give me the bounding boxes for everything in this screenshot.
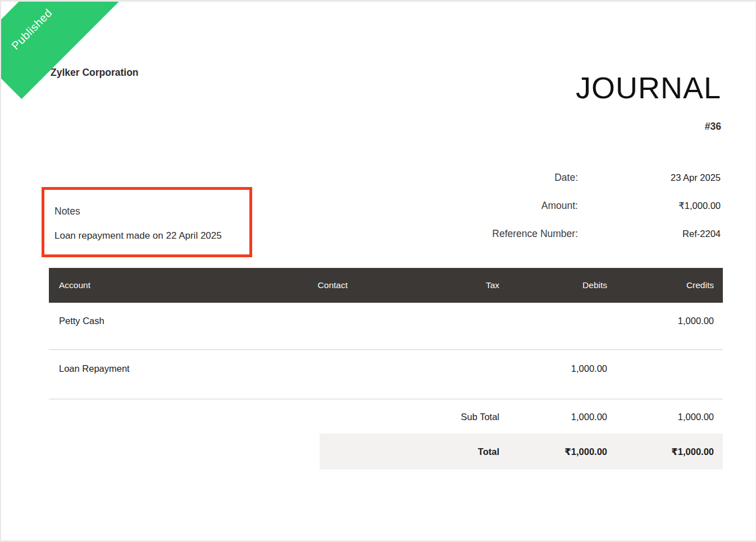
table-row: Petty Cash 1,000.00	[49, 303, 723, 350]
notes-highlight-box: Notes Loan repayment made on 22 April 20…	[42, 187, 252, 257]
total-row: Total ₹1,000.00 ₹1,000.00	[320, 434, 723, 470]
header-tax: Tax	[357, 280, 508, 290]
document-title: JOURNAL	[576, 71, 721, 104]
document-meta: Date: 23 Apr 2025 Amount: ₹1,000.00 Refe…	[429, 172, 721, 256]
company-name: Zylker Corporation	[51, 67, 139, 79]
row-account: Petty Cash	[49, 303, 244, 326]
meta-row-date: Date: 23 Apr 2025	[429, 172, 721, 184]
published-ribbon: Published	[0, 0, 119, 99]
row-debits	[508, 303, 616, 316]
amount-value: ₹1,000.00	[578, 201, 721, 211]
row-credits: 1,000.00	[616, 303, 723, 326]
table-header-row: Account Contact Tax Debits Credits	[49, 268, 723, 303]
row-account: Loan Repayment	[49, 350, 244, 374]
row-contact	[244, 350, 357, 363]
subtotal-credits: 1,000.00	[616, 399, 723, 422]
meta-row-amount: Amount: ₹1,000.00	[429, 200, 721, 212]
row-credits	[616, 350, 723, 363]
total-credits: ₹1,000.00	[616, 447, 723, 457]
subtotal-row: Sub Total 1,000.00 1,000.00	[49, 399, 723, 434]
journal-document-page: Published Zylker Corporation JOURNAL #36…	[0, 0, 756, 542]
total-debits: ₹1,000.00	[508, 447, 616, 457]
header-debits: Debits	[508, 280, 616, 290]
date-value: 23 Apr 2025	[578, 172, 721, 183]
notes-text: Loan repayment made on 22 April 2025	[54, 230, 222, 242]
reference-number-value: Ref-2204	[578, 229, 721, 239]
row-debits: 1,000.00	[508, 350, 616, 374]
header-account: Account	[49, 280, 244, 290]
row-tax	[357, 350, 508, 363]
date-label: Date:	[554, 172, 578, 184]
header-credits: Credits	[616, 280, 723, 290]
amount-label: Amount:	[541, 200, 578, 212]
subtotal-label: Sub Total	[49, 399, 508, 422]
header-contact: Contact	[244, 280, 357, 290]
published-ribbon-label: Published	[9, 6, 55, 52]
notes-label: Notes	[54, 206, 80, 217]
journal-entries-table: Account Contact Tax Debits Credits Petty…	[49, 268, 723, 470]
document-number: #36	[705, 121, 721, 133]
row-tax	[357, 303, 508, 316]
meta-row-reference: Reference Number: Ref-2204	[429, 228, 721, 240]
reference-number-label: Reference Number:	[492, 228, 578, 240]
subtotal-debits: 1,000.00	[508, 399, 616, 422]
total-label: Total	[320, 447, 508, 457]
table-row: Loan Repayment 1,000.00	[49, 350, 723, 399]
row-contact	[244, 303, 357, 316]
